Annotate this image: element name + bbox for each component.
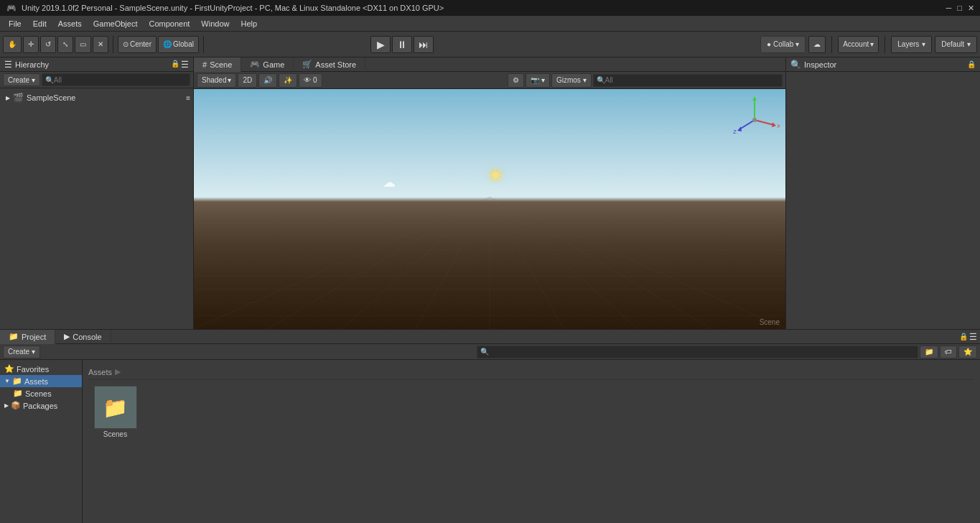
scene-tab-label: Scene bbox=[210, 60, 232, 69]
project-create-button[interactable]: Create ▾ bbox=[3, 346, 40, 358]
menu-window[interactable]: Window bbox=[195, 18, 235, 29]
step-button[interactable]: ⏭ bbox=[414, 36, 434, 53]
pause-button[interactable]: ⏸ bbox=[392, 36, 412, 53]
menu-edit[interactable]: Edit bbox=[27, 18, 52, 29]
hierarchy-search-input[interactable] bbox=[42, 73, 190, 86]
hierarchy-icon: ☰ bbox=[4, 60, 12, 70]
scenes-folder[interactable]: 📁 Scenes bbox=[0, 387, 82, 399]
assets-label: Assets bbox=[24, 377, 48, 386]
search-label-button[interactable]: 🏷 bbox=[940, 346, 957, 358]
account-button[interactable]: Account ▾ bbox=[838, 36, 879, 53]
2d-button[interactable]: 2D bbox=[238, 73, 257, 88]
pivot-tools: ⊙ Center 🌐 Global bbox=[118, 36, 199, 53]
hierarchy-header: ☰ Hierarchy 🔒 ☰ bbox=[0, 57, 193, 72]
maximize-icon[interactable]: □ bbox=[957, 4, 962, 13]
global-button[interactable]: 🌐 Global bbox=[158, 36, 199, 53]
inspector-panel: 🔍 Inspector 🔒 bbox=[786, 57, 980, 329]
minimize-icon[interactable]: ─ bbox=[946, 4, 952, 13]
sample-scene-item[interactable]: ▶ 🎬 SampleScene ≡ bbox=[0, 91, 193, 104]
project-tab-label: Project bbox=[22, 333, 46, 341]
svg-marker-19 bbox=[752, 96, 757, 101]
star-icon: ⭐ bbox=[4, 364, 14, 374]
menu-gameobject[interactable]: GameObject bbox=[88, 18, 144, 29]
layout-button[interactable]: Default ▾ bbox=[935, 36, 977, 53]
project-search-input[interactable] bbox=[477, 346, 918, 358]
svg-marker-21 bbox=[772, 122, 776, 127]
game-tab[interactable]: 🎮 Game bbox=[241, 57, 294, 72]
assets-folder[interactable]: ▼ 📁 Assets bbox=[0, 375, 82, 387]
inspector-lock-icon[interactable]: 🔒 bbox=[967, 60, 976, 68]
project-menu-icon[interactable]: ☰ bbox=[969, 332, 977, 342]
inspector-title: Inspector bbox=[804, 60, 836, 69]
move-tool-button[interactable]: ✛ bbox=[23, 36, 39, 53]
close-icon[interactable]: ✕ bbox=[968, 4, 974, 13]
scene-tab[interactable]: # Scene bbox=[194, 57, 241, 72]
scene-sun: ✴ bbox=[487, 164, 504, 188]
project-tree: ⭐ Favorites ▼ 📁 Assets 📁 Scenes ▶ 📦 bbox=[0, 360, 83, 523]
inspector-icon: 🔍 bbox=[790, 60, 801, 70]
camera-button[interactable]: 📷 ▾ bbox=[526, 73, 550, 88]
shading-mode-button[interactable]: Shaded ▾ bbox=[197, 73, 236, 88]
layers-button[interactable]: Layers ▾ bbox=[891, 36, 932, 53]
game-tab-label: Game bbox=[263, 60, 284, 69]
packages-icon: 📦 bbox=[11, 401, 21, 410]
scenes-label: Scenes bbox=[25, 389, 52, 398]
scale-tool-button[interactable]: ⤡ bbox=[57, 36, 73, 53]
separator-4 bbox=[885, 36, 885, 53]
packages-folder[interactable]: ▶ 📦 Packages bbox=[0, 399, 82, 412]
scene-viewport[interactable]: ✴ ☁ Y bbox=[194, 89, 785, 329]
cloud-button[interactable]: ☁ bbox=[808, 36, 826, 53]
menu-help[interactable]: Help bbox=[235, 18, 263, 29]
collab-icon: ● bbox=[767, 40, 771, 48]
gizmos-button[interactable]: Gizmos ▾ bbox=[551, 73, 592, 88]
transport-controls: ▶ ⏸ ⏭ bbox=[370, 36, 434, 53]
asset-store-tab[interactable]: 🛒 Asset Store bbox=[294, 57, 365, 72]
inspector-content bbox=[786, 72, 980, 329]
breadcrumb-assets[interactable]: Assets bbox=[88, 368, 112, 376]
hierarchy-menu-icon[interactable]: ☰ bbox=[181, 60, 189, 70]
scenes-asset[interactable]: 📁 Scenes bbox=[88, 386, 142, 438]
rect-tool-button[interactable]: ▭ bbox=[75, 36, 91, 53]
console-tab[interactable]: ▶ Console bbox=[55, 330, 111, 344]
scene-tools-button[interactable]: ⚙ bbox=[508, 73, 524, 88]
separator-1 bbox=[113, 36, 113, 53]
hierarchy-lock-icon[interactable]: 🔒 bbox=[171, 60, 179, 70]
hidden-objects-button[interactable]: 👁 0 bbox=[299, 73, 322, 88]
audio-button[interactable]: 🔊 bbox=[258, 73, 277, 88]
project-tab[interactable]: 📁 Project bbox=[0, 330, 55, 344]
search-more-button[interactable]: ⭐ bbox=[958, 346, 977, 358]
console-tab-label: Console bbox=[73, 333, 101, 341]
menu-file[interactable]: File bbox=[3, 18, 27, 29]
scene-icon: 🎬 bbox=[13, 93, 24, 103]
effects-button[interactable]: ✨ bbox=[279, 73, 297, 88]
play-button[interactable]: ▶ bbox=[370, 36, 391, 53]
axis-gizmo: Y X Z bbox=[729, 95, 780, 145]
list-icon: ≡ bbox=[186, 94, 190, 102]
menu-component[interactable]: Component bbox=[143, 18, 195, 29]
title-text: Unity 2019.1.0f2 Personal - SampleScene.… bbox=[22, 4, 444, 12]
search-folder-button[interactable]: 📁 bbox=[920, 346, 938, 358]
menu-assets[interactable]: Assets bbox=[52, 18, 88, 29]
scene-search-input[interactable] bbox=[593, 74, 783, 87]
title-bar: 🎮 Unity 2019.1.0f2 Personal - SampleScen… bbox=[0, 0, 980, 16]
scene-name: SampleScene bbox=[27, 93, 76, 102]
project-content: ⭐ Favorites ▼ 📁 Assets 📁 Scenes ▶ 📦 bbox=[0, 360, 980, 523]
collab-button[interactable]: ● Collab ▾ bbox=[760, 36, 806, 53]
svg-marker-23 bbox=[737, 126, 742, 131]
hierarchy-create-button[interactable]: Create ▾ bbox=[3, 73, 40, 86]
hand-tool-button[interactable]: ✋ bbox=[3, 36, 22, 53]
favorites-folder[interactable]: ⭐ Favorites bbox=[0, 363, 82, 375]
breadcrumb-bar: Assets ▶ bbox=[88, 366, 974, 380]
asset-store-icon: 🛒 bbox=[302, 60, 312, 69]
hierarchy-title: Hierarchy bbox=[15, 60, 49, 69]
project-lock-icon[interactable]: 🔒 bbox=[959, 333, 968, 341]
rotate-tool-button[interactable]: ↺ bbox=[40, 36, 56, 53]
svg-text:Z: Z bbox=[733, 129, 737, 135]
transform-tool-button[interactable]: ✕ bbox=[93, 36, 108, 53]
svg-line-22 bbox=[739, 120, 755, 129]
project-assets: Assets ▶ 📁 Scenes bbox=[83, 360, 980, 523]
ground-grid bbox=[194, 197, 785, 329]
expand-down-icon: ▼ bbox=[4, 378, 10, 384]
center-button[interactable]: ⊙ Center bbox=[118, 36, 157, 53]
scenes-asset-label: Scenes bbox=[103, 430, 127, 438]
